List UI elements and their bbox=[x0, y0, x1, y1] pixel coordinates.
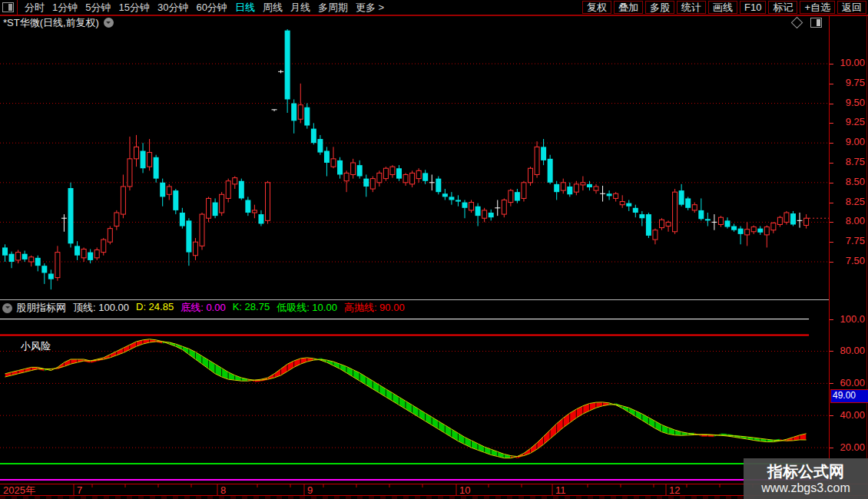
month-label-8: 8 bbox=[220, 484, 226, 496]
osc-axis-label: 100.0 bbox=[830, 314, 865, 325]
indicator-field-顶线: 顶线: 100.00 bbox=[73, 301, 129, 315]
menu-item-8[interactable]: 周线 bbox=[259, 0, 287, 15]
window-layout-icon[interactable] bbox=[2, 2, 14, 12]
main-axis-label: 8.25 bbox=[830, 197, 865, 207]
osc-axis-tick bbox=[830, 351, 833, 352]
tool-button-3[interactable]: 多股 bbox=[645, 1, 674, 14]
chart-header: *ST华微(日线,前复权) bbox=[0, 16, 868, 29]
menu-item-11[interactable]: 更多 > bbox=[352, 0, 388, 15]
oscillator-panel[interactable] bbox=[0, 315, 830, 482]
split-window-icon[interactable] bbox=[810, 18, 822, 28]
main-axis-label: 10.00 bbox=[830, 58, 865, 68]
osc-axis-label: 80.00 bbox=[830, 345, 865, 356]
tool-button-6[interactable]: F10 bbox=[740, 1, 766, 14]
menu-item-2[interactable]: 1分钟 bbox=[48, 0, 81, 15]
month-label-12: 12 bbox=[669, 484, 680, 496]
watermark-title: 指标公式网 bbox=[767, 462, 844, 481]
menu-item-7[interactable]: 日线 bbox=[231, 0, 259, 15]
main-axis-label: 8.50 bbox=[830, 177, 865, 187]
menu-item-9[interactable]: 月线 bbox=[287, 0, 314, 15]
main-axis-tick bbox=[830, 123, 833, 124]
main-axis-tick bbox=[830, 84, 833, 84]
main-candlestick-chart[interactable] bbox=[0, 29, 830, 299]
main-axis-tick bbox=[830, 242, 833, 243]
right-edge-line bbox=[866, 16, 867, 496]
main-axis-tick bbox=[830, 64, 833, 64]
tool-button-2[interactable]: 叠加 bbox=[614, 1, 643, 14]
stock-title: *ST华微(日线,前复权) bbox=[3, 16, 99, 30]
diamond-icon[interactable] bbox=[791, 17, 803, 29]
indicator-field-D: D: 24.85 bbox=[136, 301, 174, 315]
main-axis-label: 9.50 bbox=[830, 97, 865, 108]
main-axis-label: 7.50 bbox=[830, 256, 865, 266]
main-axis-label: 9.00 bbox=[830, 137, 865, 147]
menu-item-10[interactable]: 多周期 bbox=[314, 0, 352, 15]
main-axis-tick bbox=[830, 262, 833, 263]
panel-separator bbox=[0, 299, 830, 300]
indicator-values: 顶线: 100.00D: 24.85底线: 0.00K: 28.75低吸线: 1… bbox=[73, 301, 412, 315]
main-axis-label: 8.00 bbox=[830, 216, 865, 226]
tool-button-5[interactable]: 画线 bbox=[708, 1, 737, 14]
main-axis-label: 9.75 bbox=[830, 78, 865, 88]
month-label-7: 7 bbox=[77, 484, 82, 496]
main-axis-tick bbox=[830, 183, 833, 183]
osc-axis-label: 20.00 bbox=[830, 442, 865, 453]
clipped-status-strip bbox=[0, 496, 868, 499]
watermark-url: www.zbgs3.com bbox=[761, 481, 850, 496]
menu-item-5[interactable]: 30分钟 bbox=[154, 0, 192, 15]
osc-axis-tick bbox=[830, 415, 833, 416]
indicator-field-底线: 底线: 0.00 bbox=[181, 301, 226, 315]
tool-button-9[interactable]: 返回 bbox=[837, 1, 866, 14]
menubar-divider bbox=[17, 0, 18, 15]
tool-button-1[interactable]: 复权 bbox=[582, 1, 611, 14]
tool-button-8[interactable]: +自选 bbox=[800, 1, 835, 14]
main-axis-tick bbox=[830, 163, 833, 164]
month-label-10: 10 bbox=[459, 484, 470, 496]
tool-button-7[interactable]: 标记 bbox=[768, 1, 797, 14]
indicator-header: 股朋指标网 顶线: 100.00D: 24.85底线: 0.00K: 28.75… bbox=[0, 301, 830, 315]
year-label: 2025年 bbox=[3, 484, 35, 496]
menu-item-6[interactable]: 60分钟 bbox=[192, 0, 230, 15]
indicator-field-高抛线: 高抛线: 90.00 bbox=[344, 301, 405, 315]
risk-annotation: 小风险 bbox=[21, 339, 51, 353]
tool-button-4[interactable]: 统计 bbox=[677, 1, 706, 14]
main-axis-tick bbox=[830, 222, 833, 223]
watermark: 指标公式网 www.zbgs3.com bbox=[744, 458, 868, 499]
osc-axis-label: 40.00 bbox=[830, 410, 865, 421]
main-axis-label: 8.75 bbox=[830, 157, 865, 167]
main-axis-label: 7.75 bbox=[830, 236, 865, 246]
indicator-dropdown-icon[interactable] bbox=[2, 303, 12, 313]
osc-axis-label: 60.00 bbox=[830, 378, 865, 388]
main-axis-label: 9.25 bbox=[830, 117, 865, 127]
indicator-field-低吸线: 低吸线: 10.00 bbox=[277, 301, 337, 315]
period-menu: 分时1分钟5分钟15分钟30分钟60分钟日线周线月线多周期更多 > bbox=[21, 0, 388, 15]
title-dropdown-icon[interactable] bbox=[104, 18, 114, 28]
indicator-cursor-value: 49.00 bbox=[830, 389, 868, 403]
osc-axis-tick bbox=[830, 383, 833, 384]
menu-item-1[interactable]: 分时 bbox=[21, 0, 48, 15]
indicator-field-K: K: 28.75 bbox=[233, 301, 270, 315]
main-axis-tick bbox=[830, 104, 833, 104]
top-menubar: 分时1分钟5分钟15分钟30分钟60分钟日线周线月线多周期更多 > 复权叠加多股… bbox=[0, 0, 868, 16]
main-axis-tick bbox=[830, 203, 833, 203]
month-label-11: 11 bbox=[555, 484, 566, 496]
time-axis[interactable]: 2025年789101112 bbox=[0, 484, 868, 496]
menu-item-4[interactable]: 15分钟 bbox=[114, 0, 153, 15]
osc-axis-tick bbox=[830, 448, 833, 448]
main-axis-tick bbox=[830, 143, 833, 144]
indicator-source: 股朋指标网 bbox=[16, 301, 66, 315]
tool-menu: 复权叠加多股统计画线F10标记+自选返回 bbox=[580, 1, 868, 14]
osc-axis-tick bbox=[830, 319, 833, 320]
month-label-9: 9 bbox=[307, 484, 313, 496]
menu-item-3[interactable]: 5分钟 bbox=[81, 0, 114, 15]
